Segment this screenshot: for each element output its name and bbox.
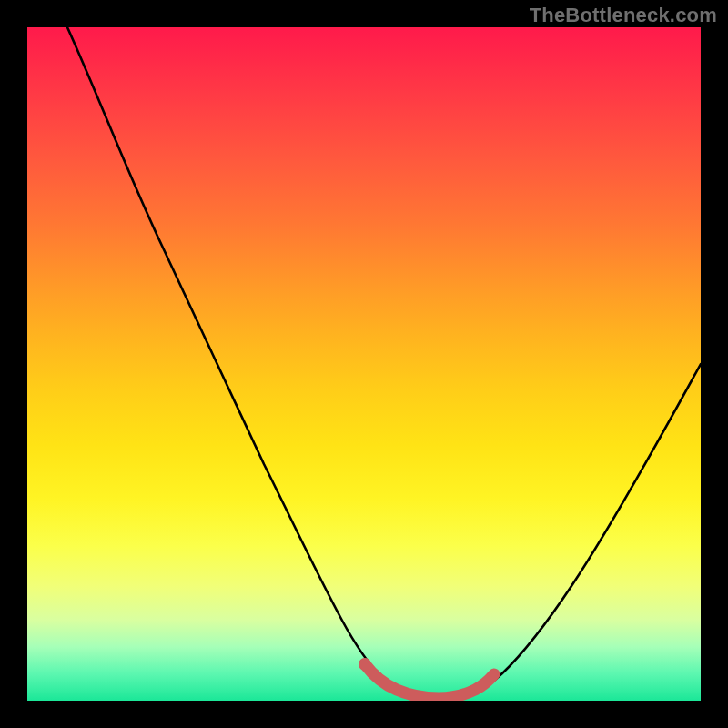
- chart-svg: [27, 27, 701, 701]
- highlight-band-line: [365, 664, 494, 698]
- chart-plot-area: [27, 27, 701, 701]
- chart-frame: TheBottleneck.com: [0, 0, 728, 728]
- watermark-text: TheBottleneck.com: [530, 4, 717, 27]
- bottleneck-curve-line: [67, 27, 701, 701]
